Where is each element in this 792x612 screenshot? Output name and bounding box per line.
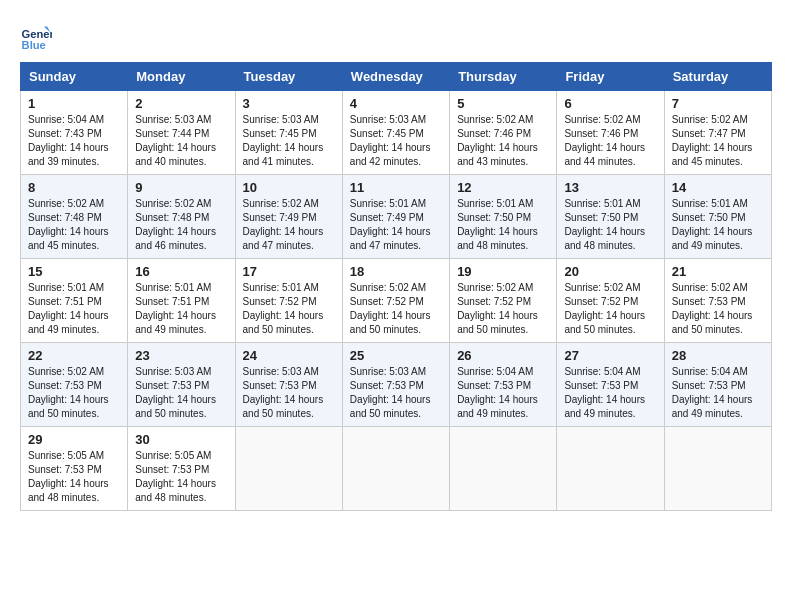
sunset-label: Sunset: — [243, 212, 280, 223]
calendar-cell: 17 Sunrise: 5:01 AM Sunset: 7:52 PM Dayl… — [235, 259, 342, 343]
daylight-label: Daylight: 14 hours and 50 minutes. — [350, 310, 431, 335]
sunset-value: 7:53 PM — [708, 296, 745, 307]
sunset-value: 7:46 PM — [601, 128, 638, 139]
daylight-label: Daylight: 14 hours and 39 minutes. — [28, 142, 109, 167]
sunset-value: 7:51 PM — [172, 296, 209, 307]
daylight-label: Daylight: 14 hours and 49 minutes. — [28, 310, 109, 335]
daylight-label: Daylight: 14 hours and 46 minutes. — [135, 226, 216, 251]
day-number: 10 — [243, 180, 335, 195]
page-header: General Blue — [20, 20, 772, 52]
sunrise-label: Sunrise: — [457, 366, 496, 377]
sunset-label: Sunset: — [564, 380, 601, 391]
day-info: Sunrise: 5:02 AM Sunset: 7:52 PM Dayligh… — [564, 281, 656, 337]
sunset-value: 7:53 PM — [172, 464, 209, 475]
daylight-label: Daylight: 14 hours and 42 minutes. — [350, 142, 431, 167]
day-number: 24 — [243, 348, 335, 363]
calendar-cell: 6 Sunrise: 5:02 AM Sunset: 7:46 PM Dayli… — [557, 91, 664, 175]
sunrise-label: Sunrise: — [135, 282, 174, 293]
sunset-value: 7:53 PM — [172, 380, 209, 391]
day-number: 2 — [135, 96, 227, 111]
daylight-label: Daylight: 14 hours and 48 minutes. — [28, 478, 109, 503]
sunset-value: 7:45 PM — [387, 128, 424, 139]
sunset-label: Sunset: — [135, 464, 172, 475]
sunset-value: 7:52 PM — [494, 296, 531, 307]
sunset-label: Sunset: — [243, 296, 280, 307]
sunset-value: 7:53 PM — [494, 380, 531, 391]
daylight-label: Daylight: 14 hours and 49 minutes. — [672, 226, 753, 251]
daylight-label: Daylight: 14 hours and 40 minutes. — [135, 142, 216, 167]
sunset-label: Sunset: — [243, 380, 280, 391]
daylight-label: Daylight: 14 hours and 48 minutes. — [564, 226, 645, 251]
sunrise-value: 5:03 AM — [389, 366, 426, 377]
day-number: 28 — [672, 348, 764, 363]
sunset-value: 7:48 PM — [65, 212, 102, 223]
sunset-label: Sunset: — [135, 380, 172, 391]
day-info: Sunrise: 5:05 AM Sunset: 7:53 PM Dayligh… — [135, 449, 227, 505]
sunrise-value: 5:03 AM — [389, 114, 426, 125]
sunrise-label: Sunrise: — [564, 114, 603, 125]
day-info: Sunrise: 5:03 AM Sunset: 7:45 PM Dayligh… — [243, 113, 335, 169]
day-info: Sunrise: 5:02 AM Sunset: 7:53 PM Dayligh… — [28, 365, 120, 421]
sunrise-label: Sunrise: — [243, 114, 282, 125]
sunrise-label: Sunrise: — [350, 366, 389, 377]
sunrise-value: 5:04 AM — [711, 366, 748, 377]
calendar-header-friday: Friday — [557, 63, 664, 91]
calendar-cell: 23 Sunrise: 5:03 AM Sunset: 7:53 PM Dayl… — [128, 343, 235, 427]
sunrise-label: Sunrise: — [672, 282, 711, 293]
sunset-label: Sunset: — [28, 128, 65, 139]
day-info: Sunrise: 5:04 AM Sunset: 7:43 PM Dayligh… — [28, 113, 120, 169]
sunset-label: Sunset: — [135, 296, 172, 307]
sunrise-value: 5:02 AM — [711, 114, 748, 125]
sunrise-value: 5:04 AM — [604, 366, 641, 377]
day-info: Sunrise: 5:01 AM Sunset: 7:50 PM Dayligh… — [457, 197, 549, 253]
calendar-cell: 24 Sunrise: 5:03 AM Sunset: 7:53 PM Dayl… — [235, 343, 342, 427]
sunrise-value: 5:01 AM — [175, 282, 212, 293]
sunset-value: 7:53 PM — [708, 380, 745, 391]
daylight-label: Daylight: 14 hours and 50 minutes. — [243, 394, 324, 419]
sunrise-value: 5:01 AM — [67, 282, 104, 293]
sunset-label: Sunset: — [672, 380, 709, 391]
sunrise-value: 5:02 AM — [711, 282, 748, 293]
day-info: Sunrise: 5:02 AM Sunset: 7:46 PM Dayligh… — [457, 113, 549, 169]
sunrise-label: Sunrise: — [28, 114, 67, 125]
day-number: 26 — [457, 348, 549, 363]
sunrise-label: Sunrise: — [564, 198, 603, 209]
daylight-label: Daylight: 14 hours and 49 minutes. — [457, 394, 538, 419]
day-info: Sunrise: 5:04 AM Sunset: 7:53 PM Dayligh… — [457, 365, 549, 421]
day-number: 5 — [457, 96, 549, 111]
sunset-value: 7:49 PM — [279, 212, 316, 223]
sunset-value: 7:52 PM — [601, 296, 638, 307]
day-info: Sunrise: 5:01 AM Sunset: 7:51 PM Dayligh… — [135, 281, 227, 337]
sunset-value: 7:51 PM — [65, 296, 102, 307]
sunrise-value: 5:03 AM — [175, 366, 212, 377]
sunrise-value: 5:02 AM — [67, 198, 104, 209]
calendar-cell: 27 Sunrise: 5:04 AM Sunset: 7:53 PM Dayl… — [557, 343, 664, 427]
sunset-label: Sunset: — [135, 212, 172, 223]
sunset-label: Sunset: — [564, 212, 601, 223]
sunrise-label: Sunrise: — [350, 198, 389, 209]
sunrise-value: 5:03 AM — [282, 366, 319, 377]
sunrise-label: Sunrise: — [350, 114, 389, 125]
calendar-header-wednesday: Wednesday — [342, 63, 449, 91]
sunrise-label: Sunrise: — [350, 282, 389, 293]
calendar-cell: 19 Sunrise: 5:02 AM Sunset: 7:52 PM Dayl… — [450, 259, 557, 343]
sunset-value: 7:52 PM — [279, 296, 316, 307]
daylight-label: Daylight: 14 hours and 48 minutes. — [457, 226, 538, 251]
sunset-value: 7:53 PM — [65, 380, 102, 391]
calendar-cell: 5 Sunrise: 5:02 AM Sunset: 7:46 PM Dayli… — [450, 91, 557, 175]
day-number: 19 — [457, 264, 549, 279]
sunset-value: 7:47 PM — [708, 128, 745, 139]
daylight-label: Daylight: 14 hours and 47 minutes. — [350, 226, 431, 251]
day-info: Sunrise: 5:03 AM Sunset: 7:45 PM Dayligh… — [350, 113, 442, 169]
calendar-table: SundayMondayTuesdayWednesdayThursdayFrid… — [20, 62, 772, 511]
daylight-label: Daylight: 14 hours and 50 minutes. — [243, 310, 324, 335]
sunset-value: 7:53 PM — [387, 380, 424, 391]
sunset-label: Sunset: — [672, 128, 709, 139]
daylight-label: Daylight: 14 hours and 47 minutes. — [243, 226, 324, 251]
sunset-label: Sunset: — [135, 128, 172, 139]
sunrise-label: Sunrise: — [28, 366, 67, 377]
sunrise-label: Sunrise: — [28, 198, 67, 209]
daylight-label: Daylight: 14 hours and 48 minutes. — [135, 478, 216, 503]
calendar-cell: 14 Sunrise: 5:01 AM Sunset: 7:50 PM Dayl… — [664, 175, 771, 259]
sunset-label: Sunset: — [350, 296, 387, 307]
